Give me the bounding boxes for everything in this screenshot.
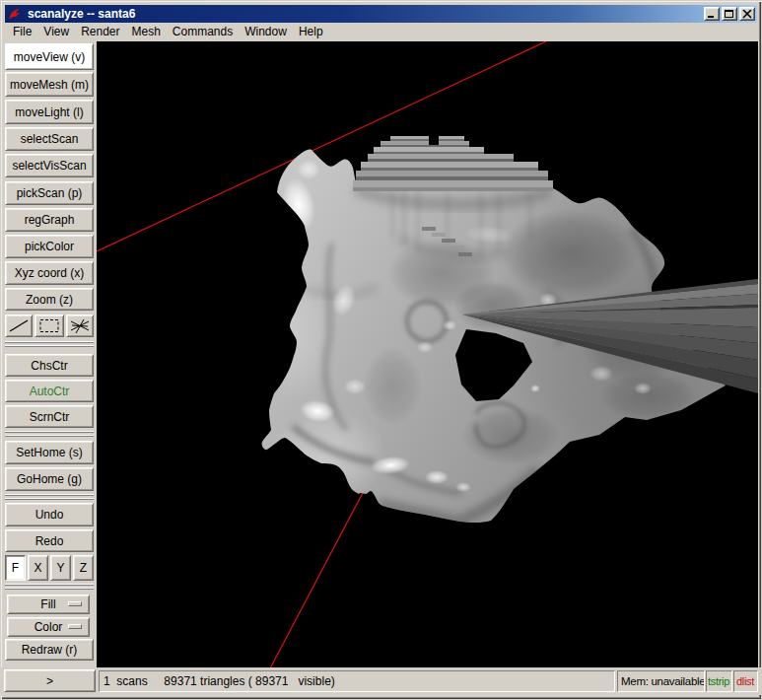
undo-button[interactable]: Undo xyxy=(5,503,94,526)
close-button[interactable] xyxy=(739,7,755,21)
home-gohome[interactable]: GoHome (g) xyxy=(5,467,94,491)
minimize-button[interactable] xyxy=(704,7,720,21)
axis-f-label: F xyxy=(12,561,19,575)
fill-menubutton-label: Fill xyxy=(40,597,55,611)
toolbar-sidebar: moveView (v)moveMesh (m)moveLight (l)sel… xyxy=(4,43,96,669)
tk-logo-icon xyxy=(7,7,23,22)
undo-button-label: Undo xyxy=(35,508,64,522)
color-menubutton-label: Color xyxy=(35,620,63,634)
mem-text: Mem: unavailable xyxy=(621,675,705,687)
menu-mesh[interactable]: Mesh xyxy=(126,23,167,41)
window-title: scanalyze -- santa6 xyxy=(28,7,135,21)
tool-selectvisscan-label: selectVisScan xyxy=(12,159,86,173)
scan-info-text: 1 scans 89371 triangles ( 89371 visible) xyxy=(104,674,335,688)
expand-button-label: > xyxy=(46,674,53,688)
line-select-icon xyxy=(7,317,31,334)
tool-xyzcoordx[interactable]: Xyz coord (x) xyxy=(5,261,94,285)
fill-menubutton-indicator xyxy=(68,601,82,606)
tool-movemeshm[interactable]: moveMesh (m) xyxy=(5,72,94,97)
home-gohome-label: GoHome (g) xyxy=(17,472,82,486)
sidebar-separator xyxy=(5,432,94,436)
redraw-button-label: Redraw (r) xyxy=(22,643,78,657)
title-bar[interactable]: scanalyze -- santa6 xyxy=(5,5,757,23)
home-sethome[interactable]: SetHome (s) xyxy=(5,441,94,464)
tool-movelightl-label: moveLight (l) xyxy=(15,105,83,119)
menu-render[interactable]: Render xyxy=(75,23,125,41)
axis-y[interactable]: Y xyxy=(50,555,71,581)
center-chsctr-label: ChsCtr xyxy=(31,359,67,373)
menu-window[interactable]: Window xyxy=(239,23,293,41)
redraw-button[interactable]: Redraw (r) xyxy=(5,639,94,661)
mesh-slabs xyxy=(353,136,553,191)
color-menubutton-indicator xyxy=(68,624,82,629)
selection-mode-button-2[interactable] xyxy=(66,315,94,337)
tstrip-text: tstrip xyxy=(708,675,729,687)
tool-selectvisscan[interactable]: selectVisScan xyxy=(5,154,94,177)
center-scrnctr[interactable]: ScrnCtr xyxy=(5,405,94,428)
tool-pickscanp-label: pickScan (p) xyxy=(17,186,83,200)
center-scrnctr-label: ScrnCtr xyxy=(30,410,70,424)
poly-select-icon xyxy=(68,317,92,334)
axis-y-label: Y xyxy=(56,561,64,575)
tool-pickcolor[interactable]: pickColor xyxy=(5,235,94,258)
scan-info-panel: 1 scans 89371 triangles ( 89371 visible) xyxy=(99,670,615,692)
menu-view[interactable]: View xyxy=(37,23,75,41)
tool-movelightl[interactable]: moveLight (l) xyxy=(5,100,94,124)
viewport-3d[interactable] xyxy=(97,41,758,669)
tool-selectscan[interactable]: selectScan xyxy=(5,127,94,151)
sidebar-separator xyxy=(5,495,94,499)
tool-pickscanp[interactable]: pickScan (p) xyxy=(5,181,94,205)
axis-x[interactable]: X xyxy=(28,555,48,581)
rect-select-icon xyxy=(37,317,61,334)
tool-selectscan-label: selectScan xyxy=(21,132,79,146)
fill-menubutton[interactable]: Fill xyxy=(7,595,90,614)
axis-x-label: X xyxy=(34,561,41,575)
scene-3d xyxy=(97,41,758,669)
tool-moveviewv-label: moveView (v) xyxy=(14,50,85,64)
menu-help[interactable]: Help xyxy=(293,23,329,41)
center-autoctr-label: AutoCtr xyxy=(30,385,70,398)
tool-xyzcoordx-label: Xyz coord (x) xyxy=(15,266,85,280)
axis-z-label: Z xyxy=(80,561,87,575)
status-bar: > 1 scans 89371 triangles ( 89371 visibl… xyxy=(1,667,761,695)
selection-mode-button-1[interactable] xyxy=(35,315,64,337)
center-autoctr[interactable]: AutoCtr xyxy=(5,380,94,402)
center-chsctr[interactable]: ChsCtr xyxy=(5,354,94,377)
app-window: scanalyze -- santa6 FileViewRenderMeshCo… xyxy=(0,0,762,700)
maximize-button[interactable] xyxy=(722,7,737,21)
dlist-panel: dlist xyxy=(733,670,758,692)
home-sethome-label: SetHome (s) xyxy=(16,446,82,459)
minimize-icon xyxy=(707,9,717,19)
tool-zoomz[interactable]: Zoom (z) xyxy=(5,288,94,311)
maximize-icon xyxy=(725,9,734,19)
menu-bar: FileViewRenderMeshCommandsWindowHelp xyxy=(5,23,757,41)
window-controls xyxy=(702,7,755,21)
tool-pickcolor-label: pickColor xyxy=(25,240,74,253)
selection-mode-button-0[interactable] xyxy=(5,315,33,337)
color-menubutton[interactable]: Color xyxy=(7,617,90,637)
tool-reggraph-label: regGraph xyxy=(25,213,75,227)
mem-panel: Mem: unavailable xyxy=(617,670,705,692)
sidebar-separator xyxy=(5,342,94,346)
axis-z[interactable]: Z xyxy=(73,555,94,581)
axis-f[interactable]: F xyxy=(5,555,26,581)
tstrip-panel: tstrip xyxy=(706,670,732,692)
menu-commands[interactable]: Commands xyxy=(167,23,239,41)
tool-movemeshm-label: moveMesh (m) xyxy=(10,78,89,92)
tool-zoomz-label: Zoom (z) xyxy=(26,293,73,307)
expand-button[interactable]: > xyxy=(4,669,96,692)
menu-file[interactable]: File xyxy=(7,23,37,41)
sidebar-separator xyxy=(5,585,94,589)
redo-button-label: Redo xyxy=(35,534,64,548)
tool-reggraph[interactable]: regGraph xyxy=(5,208,94,232)
axis-line-lower xyxy=(270,489,365,668)
dlist-text: dlist xyxy=(736,675,754,687)
close-icon xyxy=(742,10,752,19)
tool-moveviewv[interactable]: moveView (v) xyxy=(5,43,94,70)
redo-button[interactable]: Redo xyxy=(5,529,94,552)
